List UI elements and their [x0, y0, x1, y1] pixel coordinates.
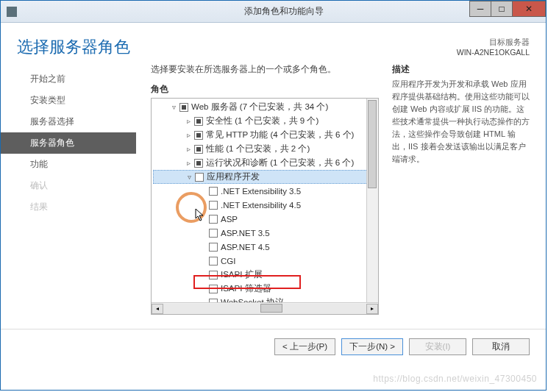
vertical-scrollbar[interactable] [366, 99, 378, 302]
main-area: 开始之前安装类型服务器选择服务器角色功能确认结果 选择要安装在所选服务器上的一个… [1, 64, 546, 329]
tree-checkbox[interactable] [209, 215, 218, 224]
previous-button[interactable]: < 上一步(P) [274, 338, 335, 355]
tree-label: Web 服务器 (7 个已安装，共 34 个) [191, 101, 328, 113]
maximize-button[interactable]: □ [491, 1, 513, 17]
horizontal-scrollbar[interactable]: ◂ ▸ [152, 302, 378, 314]
tree-row-12[interactable]: ISAPI 扩展 [153, 268, 378, 282]
tree-twisty[interactable]: ▿ [185, 173, 193, 181]
sidebar-item-1[interactable]: 安装类型 [1, 90, 136, 111]
roles-column: 选择要安装在所选服务器上的一个或多个角色。 角色 ▿Web 服务器 (7 个已安… [151, 64, 379, 329]
tree-row-9[interactable]: ASP.NET 3.5 [153, 226, 378, 240]
tree-scroll-area[interactable]: ▿Web 服务器 (7 个已安装，共 34 个)▹安全性 (1 个已安装，共 9… [152, 99, 378, 303]
tree-checkbox[interactable] [209, 187, 218, 196]
tree-label: ASP [221, 215, 238, 224]
tree-label: ISAPI 扩展 [221, 269, 263, 280]
h-scroll-right[interactable]: ▸ [366, 304, 378, 314]
sidebar-item-3[interactable]: 服务器角色 [1, 132, 136, 154]
tree-label: .NET Extensibility 4.5 [221, 201, 301, 210]
close-button[interactable]: ✕ [512, 1, 546, 17]
next-button[interactable]: 下一步(N) > [341, 338, 403, 355]
tree-checkbox[interactable] [209, 257, 218, 266]
target-label: 目标服务器 [457, 38, 530, 48]
tree-row-8[interactable]: ASP [153, 212, 378, 226]
tree-checkbox[interactable] [194, 145, 203, 154]
tree-label: 运行状况和诊断 (1 个已安装，共 6 个) [206, 157, 354, 168]
window-controls: ─ □ ✕ [470, 1, 546, 17]
tree-label: ISAPI 筛选器 [221, 283, 271, 294]
tree-checkbox[interactable] [194, 159, 203, 168]
tree-checkbox[interactable] [179, 103, 188, 112]
tree-row-7[interactable]: .NET Extensibility 4.5 [153, 198, 378, 212]
tree-row-1[interactable]: ▹安全性 (1 个已安装，共 9 个) [153, 114, 378, 128]
install-button: 安装(I) [409, 338, 466, 355]
titlebar: 添加角色和功能向导 ─ □ ✕ [1, 1, 546, 23]
tree-row-6[interactable]: .NET Extensibility 3.5 [153, 184, 378, 198]
tree-checkbox[interactable] [194, 131, 203, 140]
tree-twisty[interactable]: ▹ [184, 145, 193, 153]
tree-checkbox[interactable] [195, 173, 204, 182]
tree-checkbox[interactable] [209, 201, 218, 210]
sidebar: 开始之前安装类型服务器选择服务器角色功能确认结果 [1, 64, 136, 329]
tree-twisty[interactable]: ▹ [184, 131, 193, 139]
description-text: 应用程序开发为开发和承载 Web 应用程序提供基础结构。使用这些功能可以创建 W… [392, 78, 530, 165]
center-panel: 选择要安装在所选服务器上的一个或多个角色。 角色 ▿Web 服务器 (7 个已安… [136, 64, 530, 329]
h-scroll-track[interactable] [163, 304, 366, 314]
tree-checkbox[interactable] [209, 229, 218, 238]
sidebar-item-5: 确认 [1, 175, 136, 196]
tree-twisty[interactable]: ▹ [184, 117, 193, 125]
tree-twisty[interactable]: ▹ [184, 159, 193, 167]
tree-label: .NET Extensibility 3.5 [221, 187, 301, 196]
roles-tree: ▿Web 服务器 (7 个已安装，共 34 个)▹安全性 (1 个已安装，共 9… [151, 98, 379, 315]
tree-label: CGI [221, 257, 235, 266]
sidebar-item-6: 结果 [1, 196, 136, 218]
tree-label: 安全性 (1 个已安装，共 9 个) [206, 115, 319, 126]
tree-row-10[interactable]: ASP.NET 4.5 [153, 240, 378, 254]
target-info: 目标服务器 WIN-A2NE1OKGALL [457, 38, 530, 57]
instruction-text: 选择要安装在所选服务器上的一个或多个角色。 [151, 64, 379, 75]
tree-row-2[interactable]: ▹常见 HTTP 功能 (4 个已安装，共 6 个) [153, 128, 378, 142]
tree-label: 常见 HTTP 功能 (4 个已安装，共 6 个) [206, 129, 354, 140]
sidebar-item-2[interactable]: 服务器选择 [1, 111, 136, 132]
app-icon [7, 7, 17, 17]
description-column: 描述 应用程序开发为开发和承载 Web 应用程序提供基础结构。使用这些功能可以创… [392, 64, 530, 329]
h-scroll-thumb[interactable] [260, 304, 282, 313]
tree-checkbox[interactable] [209, 243, 218, 252]
wizard-window: 添加角色和功能向导 ─ □ ✕ 选择服务器角色 目标服务器 WIN-A2NE1O… [0, 0, 547, 391]
tree-checkbox[interactable] [209, 271, 218, 279]
footer: < 上一步(P) 下一步(N) > 安装(I) 取消 [1, 329, 546, 364]
target-name: WIN-A2NE1OKGALL [457, 48, 530, 57]
tree-row-4[interactable]: ▹运行状况和诊断 (1 个已安装，共 6 个) [153, 156, 378, 170]
h-scroll-left[interactable]: ◂ [152, 304, 163, 314]
page-title: 选择服务器角色 [17, 36, 130, 58]
header-row: 选择服务器角色 目标服务器 WIN-A2NE1OKGALL [1, 23, 546, 64]
sidebar-item-0[interactable]: 开始之前 [1, 68, 136, 90]
tree-twisty[interactable]: ▿ [169, 103, 178, 111]
roles-label: 角色 [151, 84, 379, 95]
tree-row-0[interactable]: ▿Web 服务器 (7 个已安装，共 34 个) [153, 100, 378, 114]
tree-label: ASP.NET 3.5 [221, 229, 270, 238]
tree-label: 应用程序开发 [207, 171, 260, 182]
tree-row-5[interactable]: ▿应用程序开发 [153, 170, 378, 184]
tree-label: 性能 (1 个已安装，共 2 个) [206, 143, 310, 154]
tree-row-3[interactable]: ▹性能 (1 个已安装，共 2 个) [153, 142, 378, 156]
cancel-button[interactable]: 取消 [472, 338, 530, 355]
tree-row-11[interactable]: CGI [153, 254, 378, 268]
sidebar-item-4[interactable]: 功能 [1, 154, 136, 175]
v-scroll-thumb[interactable] [368, 100, 377, 188]
tree-checkbox[interactable] [194, 117, 203, 126]
window-title: 添加角色和功能向导 [21, 5, 546, 18]
minimize-button[interactable]: ─ [469, 1, 491, 17]
tree-row-13[interactable]: ISAPI 筛选器 [153, 282, 378, 296]
description-label: 描述 [392, 64, 530, 75]
tree-checkbox[interactable] [209, 285, 218, 293]
watermark: https://blog.csdn.net/weixin_47300450 [373, 374, 537, 384]
tree-label: ASP.NET 4.5 [221, 243, 270, 252]
